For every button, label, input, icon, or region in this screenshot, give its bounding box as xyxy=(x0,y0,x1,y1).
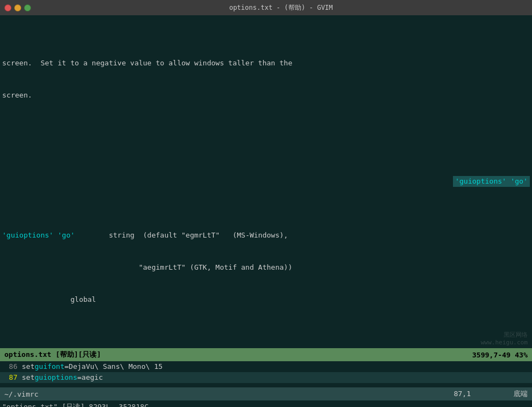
maximize-button[interactable] xyxy=(24,4,31,11)
line-number-86: 86 xyxy=(2,362,17,371)
line-text xyxy=(2,176,453,187)
statusbar-options: options.txt [帮助][只读] 3599,7-49 43% xyxy=(0,348,532,361)
line-text xyxy=(2,122,530,133)
editor-line-not-vi: {not in Vi} xyxy=(0,348,532,349)
editor-area: screen. Set it to a negative value to al… xyxy=(0,15,532,348)
vimrc-filename: ~/.vimrc xyxy=(4,390,39,398)
line-text: screen. xyxy=(2,90,530,101)
vimrc-line-87: 87 set guioptions=aegic xyxy=(0,372,532,383)
line-text: 'guioptions' 'go' string (default "egmrL… xyxy=(2,230,530,241)
line-text: screen. Set it to a negative value to al… xyxy=(2,58,530,69)
line-text: {not in Vi} xyxy=(2,348,530,349)
vimrc-pos-mode: 底端 xyxy=(513,390,528,398)
window-title: options.txt - (帮助) - GVIM xyxy=(34,3,528,13)
editor-line: global xyxy=(0,294,532,305)
watermark: 黑区网络 www.heigu.com xyxy=(481,331,528,346)
guifont-keyword: guifont xyxy=(34,362,64,371)
guifont-value: =DejaVu\ Sans\ Mono\ 15 xyxy=(64,362,162,371)
line-number-87: 87 xyxy=(2,373,17,382)
minimize-button[interactable] xyxy=(14,4,21,11)
statusbar-right: 3599,7-49 43% xyxy=(472,351,528,359)
editor-line-header: 'guioptions' 'go' xyxy=(0,175,532,187)
line-text: global xyxy=(2,294,530,305)
editor-line: screen. xyxy=(0,90,532,101)
guioptions-header-right: 'guioptions' 'go' xyxy=(453,176,530,187)
vimrc-position: 87,1 底端 xyxy=(454,389,528,399)
statusbar-left: options.txt [帮助][只读] xyxy=(4,350,101,360)
set-keyword-86: set xyxy=(22,362,34,371)
set-keyword-87: set xyxy=(22,373,34,382)
editor-line: screen. Set it to a negative value to al… xyxy=(0,58,532,69)
cmd-text: "options.txt" [只读] 8293L, 352818C xyxy=(2,402,149,407)
vimrc-line-86: 86 set guifont=DejaVu\ Sans\ Mono\ 15 xyxy=(0,361,532,372)
guioptions-keyword: guioptions xyxy=(34,373,77,382)
window-controls[interactable] xyxy=(4,4,31,11)
editor-content: screen. Set it to a negative value to al… xyxy=(0,15,532,348)
titlebar: options.txt - (帮助) - GVIM xyxy=(0,0,532,15)
editor-line: "aegimrLtT" (GTK, Motif and Athena)) xyxy=(0,262,532,273)
guioptions-value: =aegic xyxy=(77,373,103,382)
editor-line xyxy=(0,122,532,133)
line-text: "aegimrLtT" (GTK, Motif and Athena)) xyxy=(2,262,530,273)
watermark-line2: www.heigu.com xyxy=(481,339,528,346)
vimrc-pos-num: 87,1 xyxy=(454,390,470,398)
close-button[interactable] xyxy=(4,4,11,11)
statusbar-vimrc: ~/.vimrc 87,1 底端 xyxy=(0,387,532,400)
watermark-line1: 黑区网络 xyxy=(481,331,528,339)
vimrc-lines-area: 86 set guifont=DejaVu\ Sans\ Mono\ 15 87… xyxy=(0,361,532,387)
editor-line-option-def: 'guioptions' 'go' string (default "egmrL… xyxy=(0,230,532,241)
cmdbar: "options.txt" [只读] 8293L, 352818C xyxy=(0,400,532,407)
